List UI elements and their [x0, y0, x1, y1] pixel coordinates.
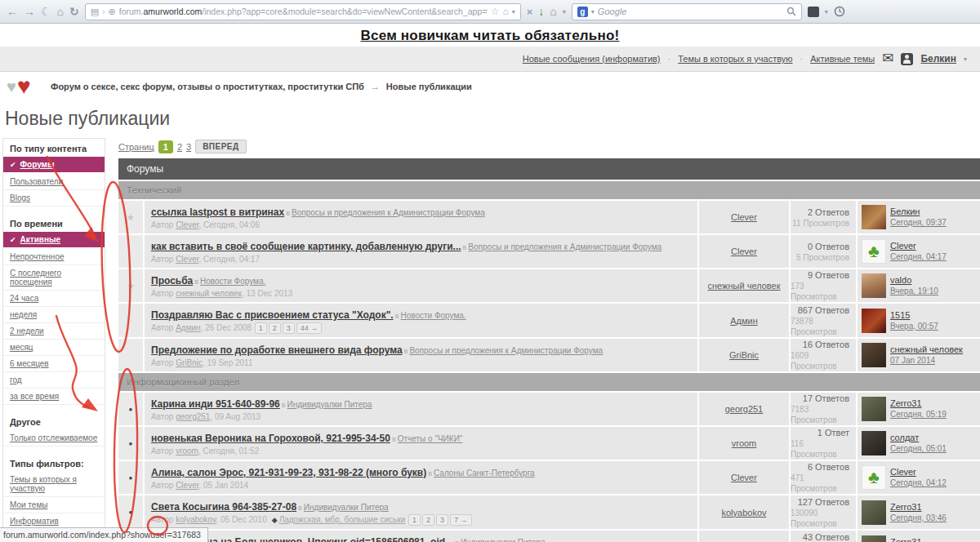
last-poster-link[interactable]: солдат — [890, 433, 947, 443]
sidebar-item-my-topics[interactable]: Мои темы — [3, 497, 105, 513]
last-poster-link[interactable]: Clever — [890, 241, 947, 251]
home-button[interactable]: ⌂ — [57, 6, 64, 17]
topic-author-link[interactable]: georg251 — [176, 412, 210, 421]
topic-forum-link[interactable]: Вопросы и предложения к Администрации Фо… — [292, 208, 485, 217]
topic-author-link[interactable]: Clever — [176, 255, 198, 264]
sidebar-item-blogs[interactable]: Blogs — [3, 190, 105, 207]
last-post-time-link[interactable]: Вчера, 19:10 — [890, 286, 938, 296]
search-placeholder[interactable]: Google — [598, 7, 783, 16]
home2-icon[interactable]: ⌂ — [550, 5, 556, 18]
link-active-topics[interactable]: Активные темы — [810, 54, 875, 64]
last-poster-link[interactable]: Zerro31 — [890, 398, 947, 409]
quickdial-icon[interactable]: ⌂ — [503, 6, 509, 17]
next-page-button[interactable]: ВПЕРЕД — [195, 140, 247, 153]
last-poster-link[interactable]: Clever — [890, 467, 947, 478]
topic-forum-link[interactable]: Новости Форума. — [200, 277, 265, 286]
link-my-topics[interactable]: Темы в которых я участвую — [678, 54, 792, 64]
last-post-time-link[interactable]: Сегодня, 05:01 — [890, 443, 947, 454]
topic-forum-link[interactable]: Новости Форума. — [400, 311, 466, 320]
topic-forum-link[interactable]: Отчеты о "ЧИКИ" — [398, 434, 463, 443]
avatar[interactable] — [862, 309, 886, 333]
topic-title-link[interactable]: Просьба — [151, 275, 193, 287]
sidebar-item-users[interactable]: Пользователи — [3, 174, 105, 190]
topic-author-link[interactable]: снежный человек — [176, 289, 242, 298]
topic-title-link[interactable]: как вставить в своё сообщение картинку, … — [151, 241, 461, 252]
last-post-time-link[interactable]: Сегодня, 09:37 — [890, 217, 947, 228]
topic-author-link[interactable]: Админ — [176, 323, 201, 332]
google-icon[interactable]: g — [577, 7, 588, 17]
link-new-messages[interactable]: Новые сообщения (информатив) — [523, 54, 661, 64]
username-menu[interactable]: Белкин — [920, 53, 956, 64]
topic-starter-link[interactable]: vroom — [732, 438, 757, 448]
url-text[interactable]: forum.amurworld.com/index.php?app=core&m… — [119, 7, 488, 16]
page-2-link[interactable]: 2 — [177, 142, 182, 152]
topic-forum-link[interactable]: Вопросы и предложения к Администрации Фо… — [468, 242, 662, 251]
notice-link[interactable]: Всем новичкам читать обязательно! — [361, 28, 620, 43]
site-logo[interactable]: ♥♥ — [7, 73, 42, 100]
bookmark-star-icon[interactable]: ☆ — [491, 6, 500, 17]
topic-forum-link[interactable]: Салоны Санкт-Петербурга — [434, 469, 535, 478]
forward-button[interactable]: → — [24, 6, 35, 17]
page-3-link[interactable]: 3 — [186, 142, 191, 152]
profile-icon[interactable] — [901, 53, 913, 65]
topic-starter-link[interactable]: Clever — [731, 212, 757, 222]
topic-starter-link[interactable]: снежный человек — [708, 281, 781, 291]
mini-page-button[interactable]: 2 — [269, 322, 281, 334]
avatar[interactable] — [862, 343, 886, 367]
bookmarks-icon[interactable]: ▤ — [91, 7, 99, 17]
back-button[interactable]: ← — [7, 6, 18, 17]
avatar[interactable] — [862, 273, 886, 298]
mini-page-button[interactable]: 7 → — [450, 514, 472, 526]
search-icon[interactable] — [786, 7, 796, 16]
last-post-time-link[interactable]: Вчера, 00:57 — [890, 321, 938, 331]
avatar[interactable] — [862, 500, 886, 525]
last-post-time-link[interactable]: Сегодня, 04:12 — [890, 478, 947, 488]
last-post-time-link[interactable]: 07 Jan 2014 — [890, 355, 963, 366]
avatar[interactable]: ♣ — [862, 465, 886, 490]
last-post-time-link[interactable]: Сегодня, 04:17 — [890, 251, 947, 262]
topic-forum-link[interactable]: Индивидуалки Питера — [287, 400, 372, 409]
chevron-down-icon[interactable]: ▾ — [563, 8, 566, 16]
topic-author-link[interactable]: Clever — [176, 481, 198, 490]
topic-title-link[interactable]: Карина инди 951-640-89-96 — [151, 398, 280, 410]
mini-page-button[interactable]: 2 — [422, 514, 434, 526]
topic-author-link[interactable]: GriBnic — [176, 358, 203, 367]
sidebar-item-alltime[interactable]: за все время — [3, 389, 105, 405]
topic-title-link[interactable]: Алина, салон Эрос, 921-931-99-23, 931-98… — [151, 467, 426, 478]
topic-author-link[interactable]: Clever — [176, 220, 198, 229]
last-poster-link[interactable]: 1515 — [890, 310, 938, 321]
sidebar-item-followed-only[interactable]: Только отслеживаемое — [3, 430, 105, 446]
chevron-down-icon[interactable]: ▾ — [825, 8, 828, 16]
mini-page-button[interactable]: 3 — [283, 322, 295, 334]
mini-page-button[interactable]: 3 — [436, 514, 448, 526]
address-bar[interactable]: ▤ › ⊕ forum.amurworld.com/index.php?app=… — [85, 3, 521, 20]
topic-forum-link[interactable]: Индивидуалки Питера — [304, 503, 389, 512]
stop-button[interactable]: × — [527, 6, 533, 18]
sidebar-item-since-visit[interactable]: С последнего посещения — [3, 265, 105, 291]
search-bar[interactable]: g ▾ Google — [572, 3, 802, 20]
sidebar-item-6months[interactable]: 6 месяцев — [3, 356, 105, 372]
avatar[interactable] — [862, 431, 886, 455]
topic-starter-link[interactable]: Clever — [731, 247, 757, 256]
avatar[interactable]: ♣ — [862, 239, 886, 264]
mini-page-button[interactable]: 1 — [408, 514, 421, 526]
last-poster-link[interactable]: Белкин — [890, 207, 947, 217]
sidebar-item-forums[interactable]: ✔Форумы — [3, 157, 105, 172]
mail-icon[interactable]: ✉ — [882, 52, 893, 65]
topic-starter-link[interactable]: GriBnic — [729, 350, 759, 360]
browser-logo-icon[interactable]: ☾ — [41, 6, 51, 17]
topic-tags-link[interactable]: Ладожская, мбр, большие сиськи — [279, 515, 406, 524]
topic-author-link[interactable]: kolyabokov — [176, 515, 216, 524]
topic-starter-link[interactable]: kolyabokov — [721, 508, 766, 518]
topic-starter-link[interactable]: Clever — [731, 473, 757, 482]
last-poster-link[interactable]: Zerro31 — [890, 502, 947, 513]
breadcrumb-root[interactable]: Форум о сексе, секс форум, отзывы о прос… — [51, 82, 364, 91]
topic-starter-link[interactable]: georg251 — [725, 404, 764, 414]
mini-page-button[interactable]: 1 — [255, 322, 267, 334]
sidebar-item-24h[interactable]: 24 часа — [3, 291, 105, 307]
topic-title-link[interactable]: Предложение по доработке внешнего вида ф… — [151, 344, 403, 356]
sidebar-item-week[interactable]: неделя — [3, 307, 105, 323]
last-poster-link[interactable]: valdo — [890, 275, 938, 286]
site-identity-icon[interactable]: ⊕ — [109, 7, 116, 17]
chevron-down-icon[interactable]: ▾ — [964, 56, 967, 63]
